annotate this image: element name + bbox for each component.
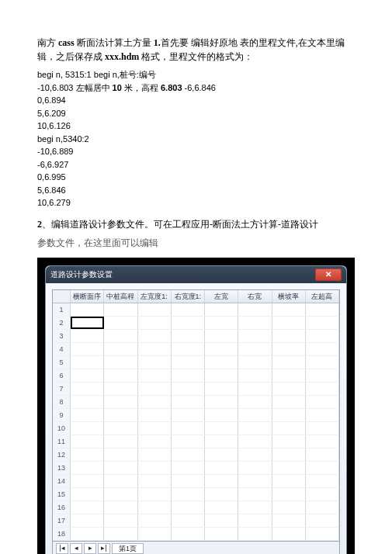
active-cell (71, 317, 104, 329)
table-row[interactable]: 14 (53, 475, 339, 488)
table-row[interactable]: 3 (53, 330, 339, 343)
table-row[interactable]: 7 (53, 383, 339, 396)
tab-prev-icon[interactable]: ◂ (70, 543, 82, 554)
table-row[interactable]: 5 (53, 356, 339, 369)
table-row[interactable]: 10 (53, 422, 339, 435)
table-row[interactable]: 1 (53, 303, 339, 317)
table-row[interactable]: 13 (53, 462, 339, 475)
table-row[interactable]: 15 (53, 488, 339, 501)
table-row[interactable]: 2 (53, 317, 339, 330)
table-row[interactable]: 16 (53, 501, 339, 514)
step-2-sub: 参数文件，在这里面可以编辑 (37, 236, 355, 250)
sheet-tabs[interactable]: |◂ ◂ ▸ ▸| 第1页 (52, 542, 340, 555)
step-2: 2、编辑道路设计参数文件。可在工程应用-断面法土方计算-道路设计 (37, 217, 355, 231)
dialog-title: 道路设计参数设置 (50, 268, 113, 280)
tab-last-icon[interactable]: ▸| (98, 543, 110, 554)
dialog-window: 道路设计参数设置 ✕ 横断面序号 中桩高程 左宽度1: 右宽度1: 左宽 右宽 … (45, 265, 347, 555)
table-row[interactable]: 18 (53, 528, 339, 541)
tab-first-icon[interactable]: |◂ (56, 543, 68, 554)
table-row[interactable]: 17 (53, 514, 339, 528)
screenshot-frame: 道路设计参数设置 ✕ 横断面序号 中桩高程 左宽度1: 右宽度1: 左宽 右宽 … (37, 258, 355, 555)
table-row[interactable]: 9 (53, 409, 339, 422)
table-row[interactable]: 12 (53, 448, 339, 462)
table-row[interactable]: 6 (53, 369, 339, 383)
sheet-tab-1[interactable]: 第1页 (112, 543, 144, 554)
intro-paragraph: 南方 cass 断面法计算土方量 1.首先要 编辑好原地 表的里程文件,在文本里… (37, 36, 355, 64)
close-icon[interactable]: ✕ (315, 268, 342, 281)
table-row[interactable]: 4 (53, 343, 339, 356)
table-row[interactable]: 11 (53, 435, 339, 448)
grid-header: 横断面序号 中桩高程 左宽度1: 右宽度1: 左宽 右宽 横坡率 左超高 (53, 290, 339, 303)
table-row[interactable]: 8 (53, 396, 339, 409)
dialog-titlebar: 道路设计参数设置 ✕ (46, 266, 346, 283)
parameter-grid[interactable]: 横断面序号 中桩高程 左宽度1: 右宽度1: 左宽 右宽 横坡率 左超高 123… (52, 289, 340, 542)
hdm-sample-lines: begi n, 5315:1 begi n,桩号:编号 -10,6.803 左幅… (37, 68, 355, 209)
tab-next-icon[interactable]: ▸ (84, 543, 96, 554)
